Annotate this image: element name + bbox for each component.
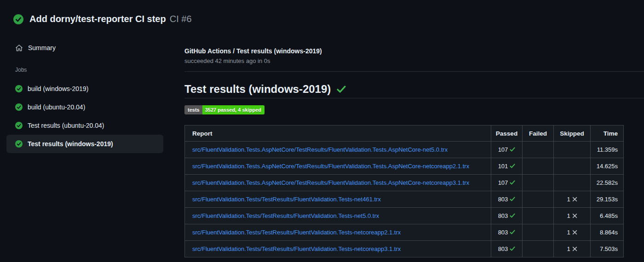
time-cell: 29.153s xyxy=(591,191,624,208)
table-body: src/FluentValidation.Tests.AspNetCore/Te… xyxy=(185,142,624,257)
sidebar-job-label: build (windows-2019) xyxy=(28,85,88,92)
column-header-report: Report xyxy=(185,125,491,142)
skipped-cell: 1 xyxy=(554,224,591,241)
time-cell: 8.864s xyxy=(591,224,624,241)
sidebar-job-item[interactable]: Test results (ubuntu-20.04) xyxy=(6,116,163,135)
sidebar-job-label: build (ubuntu-20.04) xyxy=(28,103,85,111)
check-run-breadcrumb-title: GitHub Actions / Test results (windows-2… xyxy=(184,47,322,55)
skipped-cell: 1 xyxy=(554,241,591,257)
report-link[interactable]: src/FluentValidation.Tests.AspNetCore/Te… xyxy=(192,179,469,186)
jobs-section-label: Jobs xyxy=(15,67,27,73)
skipped-count: 1 xyxy=(567,212,570,219)
check-run-status-line: succeeded 42 minutes ago in 0s xyxy=(184,57,270,64)
time-value: 11.359s xyxy=(597,146,618,153)
report-link[interactable]: src/FluentValidation.Tests.AspNetCore/Te… xyxy=(192,163,469,170)
report-link[interactable]: src/FluentValidation.Tests.AspNetCore/Te… xyxy=(192,146,448,153)
section-heading: Test results (windows-2019) xyxy=(184,83,346,96)
failed-cell xyxy=(523,142,554,158)
skipped-count: 1 xyxy=(567,229,570,236)
report-link[interactable]: src/FluentValidation.Tests/TestResults/F… xyxy=(192,245,401,252)
sidebar-summary-label: Summary xyxy=(28,44,56,51)
passed-cell: 803 xyxy=(491,191,523,208)
passed-count: 107 xyxy=(498,146,508,153)
sidebar-job-label: Test results (ubuntu-20.04) xyxy=(28,122,104,129)
passed-check-icon xyxy=(510,213,515,218)
home-icon xyxy=(15,44,23,52)
success-check-circle-icon xyxy=(15,103,23,111)
skipped-x-icon xyxy=(572,230,577,235)
failed-cell xyxy=(523,191,554,208)
sidebar-job-item[interactable]: build (windows-2019) xyxy=(6,80,163,98)
passed-cell: 803 xyxy=(491,208,523,224)
passed-check-icon xyxy=(510,196,515,202)
sidebar-job-item[interactable]: build (ubuntu-20.04) xyxy=(6,98,163,116)
table-row: src/FluentValidation.Tests.AspNetCore/Te… xyxy=(185,142,624,158)
time-value: 8.864s xyxy=(600,229,618,236)
passed-cell: 107 xyxy=(491,142,523,158)
sidebar-job-label: Test results (windows-2019) xyxy=(28,140,113,148)
failed-cell xyxy=(523,175,554,191)
column-header-skipped: Skipped xyxy=(554,125,591,142)
time-cell: 6.485s xyxy=(591,208,624,224)
table-row: src/FluentValidation.Tests/TestResults/F… xyxy=(185,208,624,224)
passed-cell: 101 xyxy=(491,158,523,175)
jobs-list: build (windows-2019) build (ubuntu-20.04… xyxy=(6,80,163,153)
workflow-run-page: Add dorny/test-reporter CI step CI #6 Su… xyxy=(0,0,644,262)
passed-count: 803 xyxy=(498,245,508,252)
table-row: src/FluentValidation.Tests/TestResults/F… xyxy=(185,241,624,257)
time-cell: 7.503s xyxy=(591,241,624,257)
divider xyxy=(184,71,644,72)
passed-count: 803 xyxy=(498,229,508,236)
run-title: Add dorny/test-reporter CI step xyxy=(29,14,166,24)
success-check-circle-icon xyxy=(13,14,23,24)
passed-cell: 803 xyxy=(491,224,523,241)
skipped-cell xyxy=(554,175,591,191)
passed-count: 803 xyxy=(498,212,508,219)
table-row: src/FluentValidation.Tests.AspNetCore/Te… xyxy=(185,158,624,175)
passed-check-icon xyxy=(510,147,515,152)
passed-check-icon xyxy=(510,246,515,251)
tests-badge-value: 3527 passed, 4 skipped xyxy=(202,105,264,114)
passed-cell: 803 xyxy=(491,241,523,257)
skipped-cell: 1 xyxy=(554,191,591,208)
skipped-cell xyxy=(554,142,591,158)
column-header-time: Time xyxy=(591,125,624,142)
report-link[interactable]: src/FluentValidation.Tests/TestResults/F… xyxy=(192,212,379,219)
passed-count: 101 xyxy=(498,163,508,170)
column-header-passed: Passed xyxy=(491,125,523,142)
skipped-cell: 1 xyxy=(554,208,591,224)
time-cell: 11.359s xyxy=(591,142,624,158)
success-check-circle-icon xyxy=(15,122,23,129)
success-check-icon xyxy=(336,84,346,94)
failed-cell xyxy=(523,158,554,175)
passed-cell: 107 xyxy=(491,175,523,191)
passed-check-icon xyxy=(510,163,515,169)
passed-count: 107 xyxy=(498,179,508,186)
table-row: src/FluentValidation.Tests.AspNetCore/Te… xyxy=(185,175,624,191)
section-heading-text: Test results (windows-2019) xyxy=(184,83,331,96)
tests-badge: tests 3527 passed, 4 skipped xyxy=(184,105,264,114)
skipped-count: 1 xyxy=(567,245,570,252)
time-value: 6.485s xyxy=(600,212,618,219)
report-link[interactable]: src/FluentValidation.Tests/TestResults/F… xyxy=(192,196,381,203)
skipped-cell xyxy=(554,158,591,175)
report-link[interactable]: src/FluentValidation.Tests/TestResults/F… xyxy=(192,229,401,236)
skipped-x-icon xyxy=(572,213,577,218)
passed-check-icon xyxy=(510,229,515,235)
passed-count: 803 xyxy=(498,196,508,203)
time-cell: 14.625s xyxy=(591,158,624,175)
skipped-count: 1 xyxy=(567,196,570,203)
time-cell: 22.582s xyxy=(591,175,624,191)
table-row: src/FluentValidation.Tests/TestResults/F… xyxy=(185,224,624,241)
run-header: Add dorny/test-reporter CI step CI #6 xyxy=(13,14,192,24)
time-value: 7.503s xyxy=(600,245,618,252)
run-number: CI #6 xyxy=(170,14,192,24)
time-value: 29.153s xyxy=(597,196,618,203)
sidebar-job-item[interactable]: Test results (windows-2019) xyxy=(6,135,163,153)
sidebar-item-summary[interactable]: Summary xyxy=(6,40,172,55)
failed-cell xyxy=(523,208,554,224)
success-check-circle-icon xyxy=(15,85,23,92)
success-check-circle-icon xyxy=(15,140,23,148)
passed-check-icon xyxy=(510,180,515,185)
test-results-table: Report Passed Failed Skipped Time src/Fl… xyxy=(184,125,624,257)
